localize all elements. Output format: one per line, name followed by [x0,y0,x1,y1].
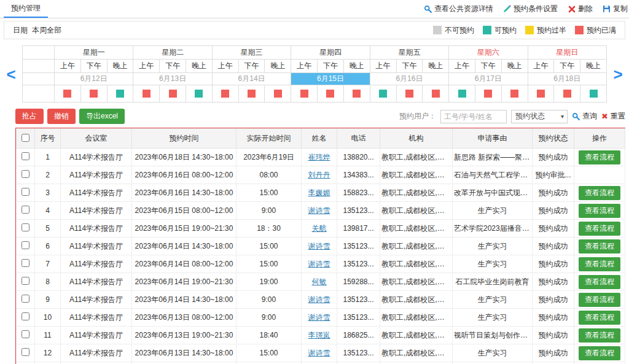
phone-number-cell: 135123... [337,344,380,362]
view-flow-button[interactable]: 查看流程 [579,311,620,325]
row-checkbox[interactable] [21,170,29,178]
row-action-cell [574,166,625,184]
applicant-name-link[interactable]: 谢诗雪 [308,295,330,304]
actual-start-time-cell: 2023年6月19日 [236,149,302,166]
reset-label: 重置 [611,111,625,122]
reservation-status-cell: 预约审批... [533,166,574,184]
tab-reservation-management[interactable]: 预约管理 [4,0,48,18]
availability-slot[interactable] [291,85,318,103]
availability-slot[interactable] [502,85,528,103]
row-checkbox[interactable] [21,152,29,160]
revoke-button[interactable]: 撤销 [47,109,76,124]
availability-slot[interactable] [528,85,555,103]
row-checkbox[interactable] [21,223,29,231]
availability-slot[interactable] [133,85,160,103]
availability-slot[interactable] [397,85,423,103]
next-week-arrow[interactable]: > [612,66,624,82]
applicant-name-link[interactable]: 崔玮烨 [308,153,330,161]
application-reason-cell: 石工院毕业生岗前教育 [453,273,533,291]
applicant-name-link[interactable]: 谢诗雪 [308,242,330,250]
view-flow-button[interactable]: 查看流程 [579,186,620,200]
availability-slot[interactable] [81,85,107,103]
col-header-name: 姓名 [302,129,337,149]
day-date[interactable]: 6月15日 [291,73,370,85]
applicant-name-link[interactable]: 刘丹丹 [308,171,330,179]
phone-number-cell: 138820... [337,149,380,166]
calendar-day-5: 星期五上午下午晚上6月16日 [370,46,449,103]
applicant-name-link[interactable]: 谢诗雪 [308,206,330,215]
col-header-organization: 机构 [380,129,453,149]
availability-slot[interactable] [318,85,344,103]
view-flow-button[interactable]: 查看流程 [579,293,620,307]
date-filter[interactable]: 日期 本周全部 [13,25,61,36]
query-button[interactable]: 查询 [572,111,597,122]
row-checkbox[interactable] [21,188,29,196]
row-checkbox[interactable] [21,206,29,214]
view-flow-button[interactable]: 查看流程 [579,239,620,254]
row-checkbox[interactable] [21,348,29,356]
applicant-name-link[interactable]: 关航 [312,224,327,233]
view-flow-button[interactable]: 查看流程 [579,222,620,236]
day-date: 6月13日 [133,73,212,85]
availability-square-full [221,90,229,98]
application-reason-cell: 生产实习 [453,344,533,362]
organization-cell: 教职工,成都校区,马克思... [380,184,453,202]
reset-button[interactable]: ✖ 重置 [601,111,625,122]
header-action-copy[interactable]: 复制 [603,4,628,14]
slot-cells [370,85,449,103]
seize-button[interactable]: 抢占 [15,109,44,124]
view-flow-button[interactable]: 查看流程 [579,204,620,218]
status-select[interactable]: 预约状态 ▾ [511,110,568,123]
actual-start-time-cell: 9:00 [236,362,302,364]
availability-slot[interactable] [160,85,186,103]
availability-slot[interactable] [213,85,239,103]
user-search-input[interactable] [440,110,507,123]
availability-slot[interactable] [344,85,370,103]
row-checkbox[interactable] [21,312,29,320]
view-flow-button[interactable]: 查看流程 [579,257,620,271]
availability-slot[interactable] [423,85,449,103]
export-excel-button[interactable]: 导出excel [79,109,125,124]
availability-square-free [116,90,124,98]
row-checkbox-cell [17,238,35,255]
slot-header: 晚上 [580,60,607,73]
view-flow-button[interactable]: 查看流程 [579,328,620,343]
applicant-name-link[interactable]: 谢诗雪 [308,260,330,268]
application-reason-cell: 改革开放与中国式现代... [453,184,533,202]
row-checkbox[interactable] [21,259,29,267]
applicant-name-link[interactable]: 李媛媚 [308,188,330,197]
availability-slot[interactable] [107,85,134,103]
header-action-condition-settings[interactable]: 预约条件设置 [503,4,558,14]
table-row: 11A114学术报告厅2023年06月13日 19:00~21:3018:40李… [17,327,625,344]
row-checkbox[interactable] [21,295,29,303]
header-action-view-public-resources[interactable]: 查看公共资源详情 [424,4,493,14]
header-action-delete[interactable]: 删除 [568,4,593,14]
phone-number-cell: 135123... [337,255,380,273]
availability-slot[interactable] [449,85,475,103]
availability-square-full [300,90,308,98]
actual-start-time-cell: 15:00 [236,238,302,255]
availability-slot[interactable] [239,85,265,103]
availability-slot[interactable] [265,85,291,103]
availability-slot[interactable] [370,85,397,103]
phone-number-cell: 134383... [337,166,380,184]
row-checkbox[interactable] [21,330,29,338]
view-flow-button[interactable]: 查看流程 [579,150,620,165]
row-checkbox[interactable] [21,241,29,249]
view-flow-button[interactable]: 查看流程 [579,275,620,289]
organization-cell: 教职工,成都校区,石油与... [380,273,453,291]
availability-slot[interactable] [475,85,502,103]
availability-square-full [510,90,518,98]
applicant-name-link[interactable]: 李璟岚 [308,331,330,339]
prev-week-arrow[interactable]: < [5,66,17,82]
select-all-checkbox[interactable] [21,134,29,142]
applicant-name-link[interactable]: 何敏 [312,277,327,286]
applicant-name-link[interactable]: 谢诗雪 [308,349,330,357]
availability-slot[interactable] [554,85,580,103]
availability-slot[interactable] [186,85,213,103]
availability-slot[interactable] [580,85,607,103]
row-checkbox[interactable] [21,277,29,285]
availability-slot[interactable] [55,85,81,103]
view-flow-button[interactable]: 查看流程 [579,346,620,360]
applicant-name-link[interactable]: 谢诗雪 [308,313,330,322]
